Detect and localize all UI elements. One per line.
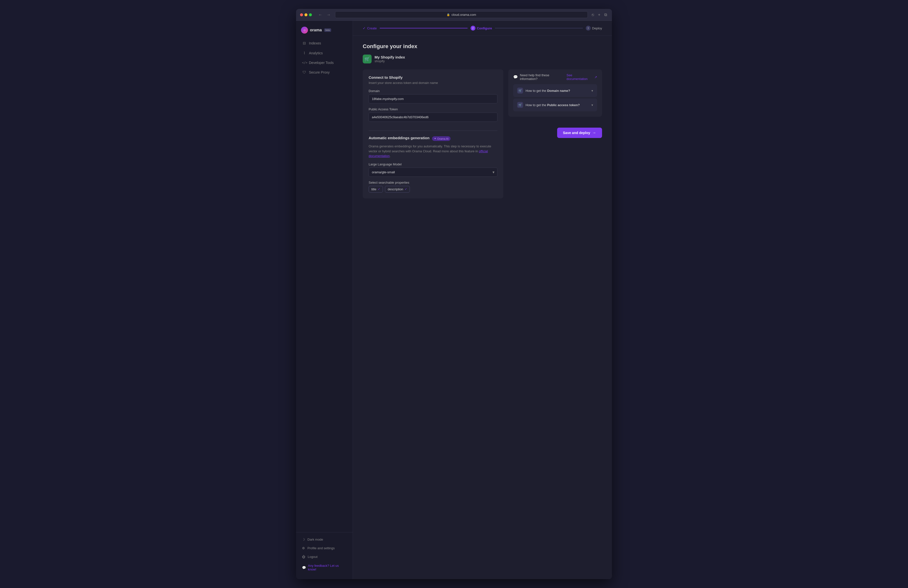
sidebar-item-profile-settings[interactable]: ⚙ Profile and settings xyxy=(299,544,349,552)
domain-label: Domain xyxy=(369,89,497,93)
progress-bar-container: ✓ Create 2 Configure 3 xyxy=(353,21,612,36)
index-info: My Shopify index shopify xyxy=(375,55,405,63)
browser-window: ← → 🔒 cloud.orama.com ⎋ + ⧉ ○ orama beta… xyxy=(296,9,612,579)
prop-description-check: ✓ xyxy=(405,187,407,191)
content-grid: Connect to Shopify Insert your store acc… xyxy=(363,69,602,198)
developer-tools-icon: </> xyxy=(302,61,306,64)
save-deploy-button[interactable]: Save and deploy → xyxy=(557,127,602,138)
index-header: 🛒 My Shopify index shopify xyxy=(363,55,602,63)
llm-select[interactable]: orama/gte-small orama/gte-medium orama/g… xyxy=(369,168,497,177)
orama-ai-label: Orama AI xyxy=(437,137,449,140)
accordion-token-icon: 🛒 xyxy=(517,102,523,108)
maximize-button[interactable] xyxy=(309,13,312,16)
close-button[interactable] xyxy=(300,13,303,16)
new-tab-button[interactable]: + xyxy=(597,11,601,18)
step-line-2 xyxy=(495,28,583,28)
props-label: Select searchable properties xyxy=(369,181,497,184)
sidebar-item-dark-mode[interactable]: ☽ Dark mode xyxy=(299,535,349,544)
sidebar-item-indexes[interactable]: ⊟ Indexes xyxy=(299,39,349,48)
progress-steps: ✓ Create 2 Configure 3 xyxy=(363,26,602,31)
help-title-text: Need help find these information? xyxy=(520,73,567,81)
share-button[interactable]: ⎋ xyxy=(591,11,595,18)
dark-mode-label: Dark mode xyxy=(307,538,323,541)
right-panel: 💬 Need help find these information? See … xyxy=(508,69,602,198)
browser-nav: ← → xyxy=(317,12,332,18)
index-icon: 🛒 xyxy=(363,55,372,63)
feedback-label: Any feedback? Let us know! xyxy=(308,564,347,571)
configure-content: Configure your index 🛒 My Shopify index … xyxy=(353,36,612,579)
llm-label: Large Language Model xyxy=(369,163,497,166)
embeddings-header: Automatic embeddings generation ✦ Orama … xyxy=(369,136,497,142)
prop-tag-description[interactable]: description ✓ xyxy=(385,186,410,193)
sidebar-item-label: Secure Proxy xyxy=(309,70,330,74)
minimize-button[interactable] xyxy=(304,13,307,16)
accordion-token-left: 🛒 How to get the Public access token? xyxy=(517,102,580,108)
feedback-link[interactable]: 💬 Any feedback? Let us know! xyxy=(299,561,349,572)
step-create: ✓ Create xyxy=(363,26,377,30)
see-docs-label: See documentation xyxy=(567,73,593,81)
forward-button[interactable]: → xyxy=(325,12,332,18)
address-bar[interactable]: 🔒 cloud.orama.com xyxy=(335,11,588,18)
app-layout: ○ orama beta ⊟ Indexes ⌇ Analytics </> D… xyxy=(296,21,612,579)
browser-chrome: ← → 🔒 cloud.orama.com ⎋ + ⧉ xyxy=(296,9,612,21)
feedback-icon: 💬 xyxy=(302,566,306,569)
prop-tag-title[interactable]: title ✓ xyxy=(369,186,383,193)
step-deploy: 3 Deploy xyxy=(586,26,602,31)
sidebar: ○ orama beta ⊟ Indexes ⌇ Analytics </> D… xyxy=(296,21,353,579)
traffic-lights xyxy=(300,13,312,16)
token-label: Public Access Token xyxy=(369,107,497,111)
step-create-label: Create xyxy=(367,26,377,30)
lock-icon: 🔒 xyxy=(447,13,450,16)
secure-proxy-icon: 🛡 xyxy=(302,70,306,74)
see-documentation-link[interactable]: See documentation ↗ xyxy=(567,73,597,81)
step-configure: 2 Configure xyxy=(470,26,492,31)
accordion-domain: 🛒 How to get the Domain name? ▾ xyxy=(513,84,597,97)
sidebar-item-analytics[interactable]: ⌇ Analytics xyxy=(299,48,349,58)
sidebar-item-logout[interactable]: ⏻ Logout xyxy=(299,553,349,561)
step-create-check: ✓ xyxy=(363,26,365,30)
help-icon: 💬 xyxy=(513,75,518,79)
logo-badge: beta xyxy=(324,28,331,32)
orama-ai-badge: ✦ Orama AI xyxy=(432,136,451,141)
url-text: cloud.orama.com xyxy=(452,13,476,16)
embeddings-description: Orama generates embeddings for you autom… xyxy=(369,144,497,158)
accordion-domain-chevron: ▾ xyxy=(591,89,593,93)
prop-title-label: title xyxy=(371,187,376,191)
indexes-icon: ⊟ xyxy=(302,41,306,45)
help-panel: 💬 Need help find these information? See … xyxy=(508,69,602,117)
sidebar-item-developer-tools[interactable]: </> Developer Tools xyxy=(299,58,349,67)
step-line-1 xyxy=(380,28,468,28)
sidebar-item-label: Analytics xyxy=(309,51,323,55)
accordion-domain-left: 🛒 How to get the Domain name? xyxy=(517,88,570,93)
accordion-token-bold: Public access token? xyxy=(547,103,580,107)
accordion-domain-icon: 🛒 xyxy=(517,88,523,93)
tabs-button[interactable]: ⧉ xyxy=(603,11,608,18)
accordion-token-header[interactable]: 🛒 How to get the Public access token? ▾ xyxy=(513,98,597,111)
accordion-domain-bold: Domain name? xyxy=(547,89,570,93)
token-input[interactable] xyxy=(369,113,497,122)
accordion-token-question: How to get the Public access token? xyxy=(526,103,580,107)
profile-settings-icon: ⚙ xyxy=(302,546,305,550)
back-button[interactable]: ← xyxy=(317,12,324,18)
help-header: 💬 Need help find these information? See … xyxy=(513,73,597,81)
configure-title: Configure your index xyxy=(363,43,602,50)
prop-description-label: description xyxy=(388,187,403,191)
logo-icon: ○ xyxy=(301,27,308,34)
step-configure-label: Configure xyxy=(477,26,492,30)
embeddings-desc-text: Orama generates embeddings for you autom… xyxy=(369,144,491,153)
searchable-props: title ✓ description ✓ xyxy=(369,186,497,193)
external-link-icon: ↗ xyxy=(594,75,597,79)
profile-settings-label: Profile and settings xyxy=(307,546,335,550)
step-configure-number: 2 xyxy=(470,26,475,31)
connect-section-subtitle: Insert your store access token and domai… xyxy=(369,81,497,85)
accordion-domain-header[interactable]: 🛒 How to get the Domain name? ▾ xyxy=(513,84,597,97)
sidebar-item-secure-proxy[interactable]: 🛡 Secure Proxy xyxy=(299,68,349,77)
browser-actions: ⎋ + ⧉ xyxy=(591,11,608,18)
domain-input[interactable] xyxy=(369,94,497,103)
orama-ai-star: ✦ xyxy=(434,137,436,140)
bottom-area: Save and deploy → xyxy=(508,120,602,138)
logout-label: Logout xyxy=(307,555,317,559)
index-name: My Shopify index xyxy=(375,55,405,59)
help-title: 💬 Need help find these information? xyxy=(513,73,567,81)
sidebar-logo: ○ orama beta xyxy=(296,25,353,39)
